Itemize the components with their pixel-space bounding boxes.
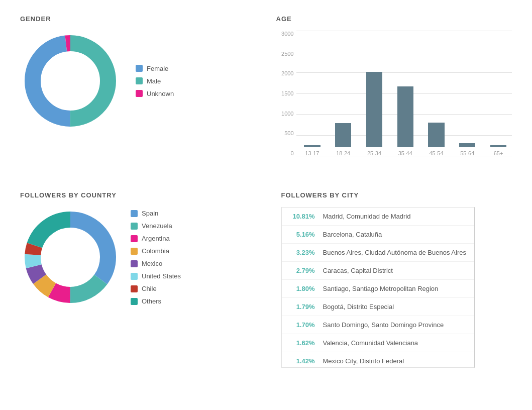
country-legend-item-6: Chile bbox=[131, 285, 181, 292]
bar-35-44 bbox=[397, 86, 413, 147]
bar-group-13-17: 13-17 bbox=[299, 31, 326, 156]
city-name-0: Madrid, Comunidad de Madrid bbox=[323, 213, 411, 220]
city-pct-5: 1.79% bbox=[290, 303, 315, 311]
y-label-1000: 1000 bbox=[281, 111, 296, 117]
bar-group-35-44: 35-44 bbox=[392, 31, 419, 156]
country-legend-item-3: Colombia bbox=[131, 247, 181, 255]
bar-chart: 0 500 1000 1500 2000 2500 3000 13-1718-2… bbox=[276, 31, 512, 171]
country-legend-color-0 bbox=[131, 210, 138, 217]
bar-65+ bbox=[490, 145, 506, 147]
country-legend-label-2: Argentina bbox=[142, 235, 170, 242]
legend-item-unknown: Unknown bbox=[136, 90, 174, 97]
city-item-3: 2.79%Caracas, Capital District bbox=[282, 262, 474, 280]
gender-title: GENDER bbox=[20, 15, 256, 23]
gender-legend: Female Male Unknown bbox=[136, 65, 174, 97]
city-list-container[interactable]: 10.81%Madrid, Comunidad de Madrid5.16%Ba… bbox=[281, 207, 522, 368]
svg-point-12 bbox=[42, 229, 99, 286]
y-axis: 0 500 1000 1500 2000 2500 3000 bbox=[276, 31, 296, 156]
country-donut bbox=[20, 207, 121, 308]
bar-group-45-54: 45-54 bbox=[423, 31, 450, 156]
city-pct-0: 10.81% bbox=[290, 213, 315, 220]
city-section: FOLLOWERS BY CITY 10.81%Madrid, Comunida… bbox=[271, 186, 522, 373]
city-title: FOLLOWERS BY CITY bbox=[281, 191, 522, 199]
country-legend-item-4: Mexico bbox=[131, 260, 181, 267]
bar-group-65+: 65+ bbox=[485, 31, 512, 156]
country-legend-color-3 bbox=[131, 248, 138, 255]
city-pct-6: 1.70% bbox=[290, 321, 315, 329]
unknown-label: Unknown bbox=[147, 90, 174, 97]
city-name-1: Barcelona, Cataluña bbox=[323, 231, 382, 238]
male-label: Male bbox=[147, 77, 161, 85]
city-item-6: 1.70%Santo Domingo, Santo Domingo Provin… bbox=[282, 316, 474, 334]
country-section: FOLLOWERS BY COUNTRY SpainVenezuelaArgen… bbox=[10, 186, 261, 373]
city-list-wrapper[interactable]: 10.81%Madrid, Comunidad de Madrid5.16%Ba… bbox=[281, 207, 475, 368]
bar-13-17 bbox=[304, 145, 320, 147]
bar-group-18-24: 18-24 bbox=[330, 31, 357, 156]
city-name-5: Bogotá, Distrito Especial bbox=[323, 303, 394, 311]
y-label-2500: 2500 bbox=[281, 51, 296, 57]
male-color bbox=[136, 77, 143, 84]
bar-group-55-64: 55-64 bbox=[454, 31, 481, 156]
country-legend-color-2 bbox=[131, 235, 138, 242]
city-item-8: 1.42%Mexico City, Distrito Federal bbox=[282, 352, 474, 368]
city-item-7: 1.62%Valencia, Comunidad Valenciana bbox=[282, 334, 474, 352]
city-item-5: 1.79%Bogotá, Distrito Especial bbox=[282, 298, 474, 316]
country-legend-label-1: Venezuela bbox=[142, 222, 172, 230]
bar-label-35-44: 35-44 bbox=[398, 150, 412, 156]
y-label-500: 500 bbox=[284, 130, 296, 136]
country-legend: SpainVenezuelaArgentinaColombiaMexicoUni… bbox=[131, 210, 181, 305]
age-title: AGE bbox=[276, 15, 512, 23]
y-label-3000: 3000 bbox=[281, 31, 296, 37]
country-legend-color-7 bbox=[131, 298, 138, 305]
city-pct-1: 5.16% bbox=[290, 231, 315, 238]
bar-label-45-54: 45-54 bbox=[429, 150, 443, 156]
y-label-2000: 2000 bbox=[281, 70, 296, 76]
city-name-6: Santo Domingo, Santo Domingo Province bbox=[323, 321, 444, 329]
y-label-0: 0 bbox=[290, 150, 296, 156]
bar-label-18-24: 18-24 bbox=[336, 150, 350, 156]
city-item-4: 1.80%Santiago, Santiago Metropolitan Reg… bbox=[282, 280, 474, 298]
city-list: 10.81%Madrid, Comunidad de Madrid5.16%Ba… bbox=[282, 208, 474, 368]
female-label: Female bbox=[147, 65, 168, 72]
country-legend-color-5 bbox=[131, 273, 138, 280]
country-legend-label-0: Spain bbox=[142, 210, 158, 217]
city-pct-2: 3.23% bbox=[290, 249, 315, 256]
city-pct-7: 1.62% bbox=[290, 339, 315, 347]
country-legend-label-4: Mexico bbox=[142, 260, 162, 267]
bar-label-13-17: 13-17 bbox=[305, 150, 319, 156]
country-legend-item-1: Venezuela bbox=[131, 222, 181, 230]
country-content: SpainVenezuelaArgentinaColombiaMexicoUni… bbox=[20, 207, 256, 308]
legend-item-male: Male bbox=[136, 77, 174, 85]
unknown-color bbox=[136, 90, 143, 97]
gender-section: GENDER Female Male bbox=[10, 10, 261, 176]
country-legend-item-5: United States bbox=[131, 272, 181, 280]
y-label-1500: 1500 bbox=[281, 90, 296, 96]
female-color bbox=[136, 65, 143, 72]
dashboard: GENDER Female Male bbox=[10, 10, 522, 373]
country-legend-item-7: Others bbox=[131, 297, 181, 305]
svg-point-3 bbox=[43, 53, 98, 109]
country-legend-label-5: United States bbox=[142, 272, 181, 280]
city-pct-8: 1.42% bbox=[290, 357, 315, 365]
bar-label-55-64: 55-64 bbox=[460, 150, 474, 156]
city-item-1: 5.16%Barcelona, Cataluña bbox=[282, 226, 474, 244]
bar-55-64 bbox=[459, 143, 475, 147]
city-name-8: Mexico City, Distrito Federal bbox=[323, 357, 404, 365]
country-legend-color-4 bbox=[131, 260, 138, 267]
city-pct-3: 2.79% bbox=[290, 267, 315, 274]
city-name-3: Caracas, Capital District bbox=[323, 267, 393, 274]
country-legend-color-1 bbox=[131, 223, 138, 230]
country-legend-color-6 bbox=[131, 285, 138, 292]
bar-45-54 bbox=[428, 123, 444, 147]
bar-group-25-34: 25-34 bbox=[361, 31, 388, 156]
country-legend-label-6: Chile bbox=[142, 285, 157, 292]
chart-bars: 13-1718-2425-3435-4445-5455-6465+ bbox=[299, 31, 512, 156]
country-legend-item-2: Argentina bbox=[131, 235, 181, 242]
age-section: AGE 0 500 1000 1500 2000 2500 3000 bbox=[271, 10, 522, 176]
country-legend-label-3: Colombia bbox=[142, 247, 169, 255]
bar-label-25-34: 25-34 bbox=[367, 150, 381, 156]
country-title: FOLLOWERS BY COUNTRY bbox=[20, 191, 256, 199]
city-name-4: Santiago, Santiago Metropolitan Region bbox=[323, 285, 439, 292]
gender-donut bbox=[20, 31, 121, 131]
bar-25-34 bbox=[366, 72, 382, 147]
